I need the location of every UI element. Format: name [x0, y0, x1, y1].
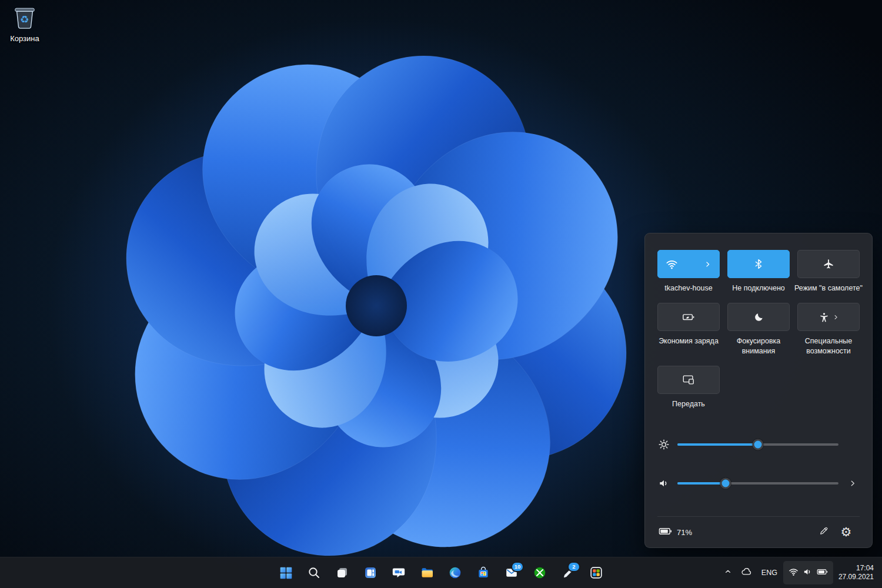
sun-icon	[657, 439, 670, 450]
battery-icon	[659, 524, 672, 540]
tray-battery-icon	[817, 566, 828, 580]
moon-icon	[753, 312, 764, 323]
settings-button[interactable]: ⚙	[835, 522, 857, 543]
pen-app-button[interactable]: 2	[555, 560, 581, 586]
accessibility-tile[interactable]	[797, 303, 860, 331]
battery-percent-label: 71%	[677, 528, 692, 537]
volume-fill	[677, 482, 726, 485]
file-explorer-button[interactable]	[414, 560, 440, 586]
chat-button[interactable]	[386, 560, 412, 586]
edge-button[interactable]	[442, 560, 468, 586]
qs-cell-wifi: tkachev-house	[657, 250, 720, 293]
airplane-mode-tile[interactable]	[797, 250, 860, 278]
wifi-icon	[666, 258, 678, 270]
onedrive-button[interactable]	[738, 561, 756, 584]
wifi-tile-label: tkachev-house	[653, 283, 724, 293]
tray-wifi-icon	[789, 567, 799, 579]
desktop: ♻ Корзина	[0, 0, 882, 588]
focus-assist-tile-label: Фокусировка внимания	[723, 336, 794, 356]
accessibility-tile-label: Специальные возможности	[793, 336, 864, 356]
focus-assist-tile[interactable]	[727, 303, 790, 331]
qs-cell-bluetooth: Не подключено	[727, 250, 790, 293]
gear-icon: ⚙	[841, 526, 852, 539]
bluetooth-tile[interactable]	[727, 250, 790, 278]
mail-button[interactable]: 10	[499, 560, 524, 586]
clock-date: 27.09.2021	[838, 573, 874, 582]
edit-quick-settings-button[interactable]	[813, 522, 835, 543]
quick-settings-panel: tkachev-house Не подключено	[644, 233, 873, 548]
widgets-button[interactable]	[358, 560, 383, 586]
brightness-slider	[657, 436, 860, 453]
quick-settings-tray-button[interactable]	[783, 561, 833, 584]
pencil-icon	[818, 526, 829, 539]
search-button[interactable]	[301, 560, 327, 586]
volume-track[interactable]	[677, 482, 838, 485]
airplane-icon	[823, 258, 834, 270]
volume-slider	[657, 475, 860, 492]
tray-speaker-icon	[803, 567, 813, 579]
cast-icon	[682, 373, 695, 386]
taskbar-center: 10 2	[273, 557, 609, 588]
accessibility-icon	[818, 312, 830, 323]
brightness-track[interactable]	[677, 443, 838, 446]
qs-cell-battery-saver: Экономия заряда	[657, 303, 720, 356]
brightness-fill	[677, 443, 758, 446]
pen-app-badge: 2	[567, 562, 580, 572]
svg-text:♻: ♻	[20, 14, 29, 25]
airplane-mode-tile-label: Режим "в самолете"	[793, 283, 864, 293]
battery-saver-tile[interactable]	[657, 303, 720, 331]
quick-settings-footer: 71% ⚙	[657, 516, 860, 547]
start-button[interactable]	[273, 560, 299, 586]
wifi-expand-chevron-icon[interactable]	[704, 260, 711, 268]
task-view-icon	[335, 566, 349, 580]
qs-cell-airplane: Режим "в самолете"	[797, 250, 860, 293]
quick-settings-tiles: tkachev-house Не подключено	[657, 250, 860, 409]
cloud-icon	[741, 566, 752, 580]
bluetooth-icon	[753, 258, 764, 270]
edge-icon	[448, 566, 462, 580]
wifi-tile[interactable]	[657, 250, 720, 278]
clock[interactable]: 17:04 27.09.2021	[834, 561, 880, 584]
language-indicator[interactable]: ENG	[757, 561, 782, 584]
qs-cell-cast: Передать	[657, 366, 720, 409]
speaker-icon	[657, 477, 670, 489]
store-icon	[476, 566, 490, 580]
file-explorer-icon	[420, 566, 434, 580]
battery-status-button[interactable]: 71%	[659, 524, 692, 540]
system-tray: ENG	[719, 557, 880, 588]
recycle-bin[interactable]: ♻ Корзина	[4, 4, 46, 43]
hidden-icons-button[interactable]	[719, 561, 737, 584]
recycle-bin-icon: ♻	[11, 4, 38, 33]
volume-output-chevron[interactable]	[846, 479, 860, 487]
mail-badge: 10	[511, 562, 524, 572]
store-button[interactable]	[470, 560, 496, 586]
xbox-button[interactable]	[527, 560, 553, 586]
chevron-up-icon	[724, 567, 732, 578]
volume-thumb[interactable]	[720, 478, 731, 489]
brightness-thumb[interactable]	[753, 439, 764, 450]
cast-tile[interactable]	[657, 366, 720, 394]
widgets-icon	[363, 566, 377, 580]
search-icon	[307, 566, 321, 580]
qs-cell-accessibility: Специальные возможности	[797, 303, 860, 356]
qs-cell-focus: Фокусировка внимания	[727, 303, 790, 356]
accessibility-chevron-icon	[833, 314, 839, 320]
bluetooth-tile-label: Не подключено	[723, 283, 794, 293]
recycle-bin-label: Корзина	[10, 34, 39, 43]
clock-time: 17:04	[856, 564, 874, 573]
battery-saver-tile-label: Экономия заряда	[653, 336, 724, 346]
cast-tile-label: Передать	[653, 399, 724, 409]
photos-icon	[589, 566, 603, 580]
task-view-button[interactable]	[329, 560, 355, 586]
xbox-icon	[533, 566, 547, 580]
photos-button[interactable]	[583, 560, 609, 586]
taskbar: 10 2	[0, 557, 882, 588]
battery-saver-icon	[682, 310, 695, 323]
chat-icon	[392, 566, 406, 580]
